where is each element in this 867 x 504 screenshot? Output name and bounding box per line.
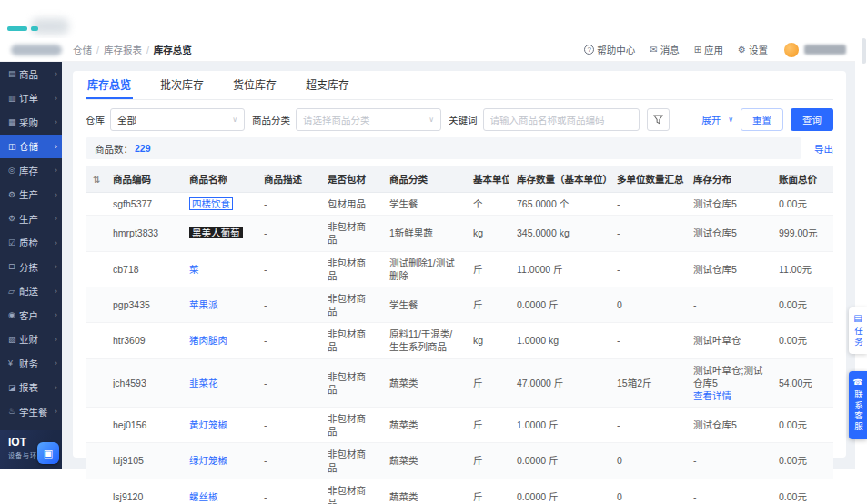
breadcrumb-item[interactable]: 仓储 — [73, 43, 92, 56]
product-name-link[interactable]: 绿灯笼椒 — [189, 455, 227, 466]
sidebar-item-reports[interactable]: ◪报表› — [0, 376, 62, 400]
topbar-action-apps[interactable]: ⊞应用 — [694, 43, 723, 56]
export-link[interactable]: 导出 — [814, 142, 833, 156]
breadcrumb-separator: / — [96, 45, 99, 55]
sidebar-item-purchase[interactable]: ▦采购› — [0, 110, 62, 135]
warehouse-select[interactable]: 全部 ∨ — [110, 108, 245, 131]
filter-row: 仓库 全部 ∨ 商品分类 请选择商品分类 ∨ — [86, 100, 833, 137]
column-header[interactable]: 商品分类 — [382, 166, 466, 193]
chevron-down-icon: ∨ — [428, 116, 434, 124]
category-select[interactable]: 请选择商品分类 ∨ — [296, 108, 441, 131]
column-header[interactable]: 库存分布 — [686, 166, 771, 193]
product-name-link[interactable]: 菜 — [189, 264, 199, 275]
row-gutter-cell — [86, 408, 106, 443]
sidebar-item-customers[interactable]: ◉客户› — [0, 303, 62, 328]
stock-qty-cell: 1.0000 斤 — [509, 408, 610, 443]
browser-scrollbar[interactable] — [862, 38, 866, 64]
content-card: 库存总览批次库存货位库存超支库存 仓库 全部 ∨ 商品分类 — [73, 71, 846, 458]
column-header[interactable]: 基本单位 — [466, 166, 509, 193]
product-code-cell: ldj9105 — [106, 443, 182, 479]
multi-unit-qty-cell: - — [610, 216, 686, 251]
floating-tasks-widget[interactable]: ▤ 任务 — [849, 307, 867, 354]
row-gutter-cell — [86, 479, 106, 504]
filter-funnel-button[interactable] — [647, 108, 670, 131]
topbar-action-settings[interactable]: ⚙设置 — [738, 43, 768, 56]
column-header[interactable]: 库存数量（基本单位） — [509, 166, 610, 193]
packaging-type-cell: 非包材商品 — [320, 358, 382, 408]
product-name-link[interactable]: 黑美人葡萄 — [189, 227, 243, 238]
product-count-strip: 商品数： 229 — [86, 137, 801, 159]
summary-row: 商品数： 229 导出 — [86, 137, 833, 159]
iot-device-icon[interactable]: ▣ — [37, 442, 59, 464]
sidebar: ▤商品›▥订单›▦采购›◫仓储›◎库存›⚙生产›⚙生产›☑质检›⊟分拣›▱配送›… — [0, 62, 62, 469]
product-name-cell: 猪肉腿肉 — [182, 323, 257, 358]
sidebar-item-quality-check[interactable]: ☑质检› — [0, 231, 62, 256]
sidebar-item-finance[interactable]: ¥财务› — [0, 351, 62, 376]
distribution-text: 测试叶草仓 — [693, 335, 741, 346]
search-button[interactable]: 查询 — [791, 108, 833, 131]
view-detail-link[interactable]: 查看详情 — [693, 389, 764, 402]
column-header[interactable]: 商品编码 — [106, 166, 182, 193]
app-window: 仓储/库存报表/库存总览 ?帮助中心✉消息⊞应用⚙设置 ▤商品›▥订单›▦采购›… — [0, 38, 855, 469]
sidebar-item-warehouse[interactable]: ◫仓储› — [0, 135, 62, 159]
sidebar-item-business-finance[interactable]: ▨业财› — [0, 328, 62, 352]
sidebar-item-production-2[interactable]: ⚙生产› — [0, 207, 62, 231]
expand-filters-link[interactable]: 展开 ∨ — [701, 113, 733, 126]
sidebar-item-label: 商品 — [19, 67, 55, 81]
multi-unit-qty-cell: - — [610, 408, 686, 443]
product-name-link[interactable]: 苹果派 — [189, 299, 218, 310]
column-settings-icon[interactable]: ⇅ — [93, 175, 100, 185]
breadcrumb-item[interactable]: 库存总览 — [154, 43, 192, 56]
product-name-link[interactable]: 四楼饮食 — [189, 197, 233, 210]
book-value-cell: 11.00元 — [771, 251, 828, 287]
tab-location-inventory[interactable]: 货位库存 — [231, 71, 278, 99]
sidebar-item-production-1[interactable]: ⚙生产› — [0, 183, 62, 207]
warehouse-label: 仓库 — [86, 113, 105, 126]
row-gutter-cell — [86, 443, 106, 479]
logo-area — [0, 38, 73, 61]
column-header[interactable]: 库存均价 — [828, 166, 833, 193]
chevron-down-icon: ∨ — [232, 116, 237, 124]
sidebar-item-sorting[interactable]: ⊟分拣› — [0, 255, 62, 279]
tab-overdraft-inventory[interactable]: 超支库存 — [304, 71, 351, 99]
product-name-link[interactable]: 黄灯笼椒 — [189, 419, 227, 430]
product-name-cell: 黄灯笼椒 — [182, 408, 257, 443]
stock-qty-cell: 0.0000 斤 — [509, 479, 610, 504]
avatar[interactable] — [784, 43, 799, 57]
column-header[interactable]: 是否包材 — [320, 166, 382, 193]
sidebar-item-orders[interactable]: ▥订单› — [0, 86, 62, 111]
column-header[interactable]: 商品描述 — [257, 166, 320, 193]
product-name-cell: 黑美人葡萄 — [182, 216, 257, 251]
topbar-action-messages[interactable]: ✉消息 — [650, 43, 679, 56]
product-name-link[interactable]: 韭菜花 — [189, 378, 218, 388]
column-header[interactable]: 多单位数量汇总 — [610, 166, 686, 193]
sidebar-item-goods[interactable]: ▤商品› — [0, 62, 62, 86]
tab-batch-inventory[interactable]: 批次库存 — [158, 71, 206, 99]
topbar-action-help-center[interactable]: ?帮助中心 — [584, 43, 635, 56]
sidebar-item-delivery[interactable]: ▱配送› — [0, 279, 62, 304]
sidebar-item-inventory[interactable]: ◎库存› — [0, 158, 62, 183]
production-1-icon: ⚙ — [8, 190, 19, 199]
product-name-link[interactable]: 螺丝椒 — [189, 491, 218, 502]
sidebar-item-label: 生产 — [19, 187, 55, 201]
distribution-text: 测试叶草仓;测试仓库5 — [693, 365, 762, 388]
keyword-input[interactable] — [483, 108, 640, 131]
sidebar-item-student-meal[interactable]: ♨学生餐› — [0, 399, 62, 424]
topbar-action-label: 消息 — [660, 43, 680, 56]
row-gutter-cell — [86, 193, 106, 216]
app-body: ▤商品›▥订单›▦采购›◫仓储›◎库存›⚙生产›⚙生产›☑质检›⊟分拣›▱配送›… — [0, 62, 855, 469]
tab-inventory-overview[interactable]: 库存总览 — [86, 71, 133, 99]
stock-qty-cell: 1.0000 kg — [509, 323, 610, 358]
floating-customer-service-widget[interactable]: ☎ 联系客服 — [849, 371, 867, 439]
avg-price-cell: 0.00元 — [828, 408, 833, 443]
sidebar-item-label: 库存 — [19, 164, 55, 177]
column-header[interactable]: 商品名称 — [182, 166, 257, 193]
breadcrumb-item[interactable]: 库存报表 — [104, 43, 142, 56]
column-header[interactable]: 账面总价 — [771, 166, 828, 193]
product-name-link[interactable]: 猪肉腿肉 — [189, 335, 227, 346]
user-box[interactable] — [784, 43, 846, 57]
reset-button[interactable]: 重置 — [741, 108, 783, 131]
iot-panel[interactable]: IOT 设备与环境 ▣ — [0, 430, 62, 469]
multi-unit-qty-cell: - — [610, 323, 686, 358]
chevron-right-icon: › — [55, 166, 57, 175]
